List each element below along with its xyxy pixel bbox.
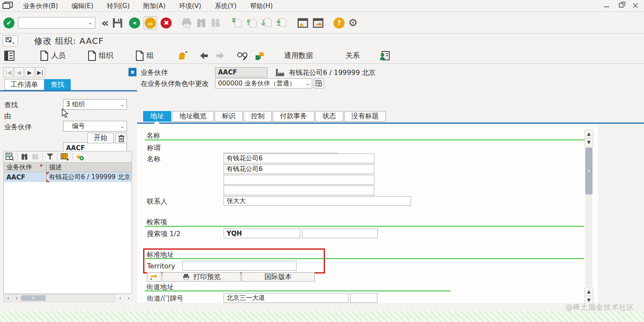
scroll-left-icon[interactable]: ‹ (4, 295, 12, 301)
role-select[interactable]: 000000 业务伙伴（普通）⌄ (215, 78, 312, 88)
tab-control[interactable]: 控制 (244, 111, 272, 122)
find-category-select[interactable]: 3 组织⌄ (63, 99, 127, 110)
menu-help[interactable]: 帮助(H) (243, 0, 279, 12)
minimize-button[interactable] (604, 3, 609, 7)
back-circle-icon[interactable]: « (129, 17, 140, 28)
menu-edit[interactable]: 编辑(E) (65, 0, 100, 12)
previous-page-icon (246, 17, 258, 28)
cancel-icon[interactable]: ✖ (161, 17, 172, 28)
street-input[interactable] (224, 293, 348, 303)
exit-icon[interactable]: ︿︿ (145, 17, 156, 28)
back-icon[interactable]: « (101, 17, 109, 28)
enter-icon[interactable]: ✔ (3, 17, 14, 28)
worklist-hscrollbar[interactable]: ‹ › ☰ (3, 294, 115, 302)
favorites-add-icon[interactable]: ★ (76, 153, 84, 161)
result-row-aacf[interactable]: AACF 有钱花公司6 / 199999 北京 (4, 172, 132, 182)
tab-identification[interactable]: 标识 (215, 111, 243, 122)
start-button[interactable]: 开始 (87, 133, 114, 143)
last-record-button[interactable]: ▶| (35, 67, 45, 77)
relations-button[interactable]: 关系 (345, 51, 360, 60)
tab-address[interactable]: 地址 (143, 111, 171, 122)
details-icon[interactable] (6, 153, 14, 161)
previous-partner-icon[interactable] (199, 51, 209, 60)
tab-address-overview[interactable]: 地址概览 (172, 111, 214, 122)
close-panel-button[interactable]: ✖ (128, 68, 137, 77)
save-icon[interactable] (112, 17, 123, 28)
scroll-up-bottom-icon[interactable]: ▲ (584, 288, 593, 296)
name-input-1[interactable] (224, 154, 374, 163)
col-business-partner[interactable]: 业务伙伴▲ (4, 162, 46, 172)
partner-header-value[interactable]: AACF (215, 67, 267, 77)
layout-icon[interactable] (60, 153, 69, 161)
filter-icon[interactable] (46, 153, 54, 161)
house-number-input[interactable] (350, 293, 377, 303)
search-term-1-input[interactable] (224, 228, 300, 238)
relationship-person-icon[interactable] (379, 50, 391, 61)
menu-system[interactable]: 系统(Y) (208, 0, 243, 12)
printer-icon (182, 274, 190, 280)
customize-icon[interactable]: ⚙ (348, 17, 357, 29)
open-icon[interactable] (178, 51, 190, 61)
role-detail-button[interactable] (314, 78, 324, 88)
scroll-thumb[interactable]: ☰ (21, 295, 46, 301)
delete-button[interactable] (115, 133, 127, 143)
contact-input[interactable] (224, 196, 411, 206)
next-partner-icon (215, 51, 225, 60)
salutation-label: 称谓 (147, 144, 161, 153)
col-scroll-left-icon[interactable]: ‹ (116, 294, 124, 302)
sort-ascending-icon: ▲ (40, 163, 43, 167)
tab-untitled[interactable]: 没有标题 (344, 111, 386, 122)
new-session-icon[interactable]: ★ (297, 17, 309, 28)
locator-toggle-icon[interactable] (4, 51, 14, 61)
close-button[interactable]: × (631, 1, 640, 9)
name-input-4[interactable] (224, 185, 374, 195)
company-info: 有钱花公司6 / 199999 北京 (289, 68, 376, 77)
command-field[interactable]: ⌄ (18, 17, 95, 28)
app-menu-icon[interactable] (3, 2, 14, 10)
name-input-3[interactable] (224, 175, 374, 185)
restore-button[interactable] (619, 3, 624, 8)
scroll-up-icon[interactable]: ▲ (584, 130, 593, 138)
left-navigation-panel: |◀ ◀ ▶ ▶| 工作清单 查找 查找 3 组织⌄ 由 编号⌄ 业务伙伴 AA… (0, 64, 137, 311)
create-organization-button[interactable]: 组织 (88, 51, 113, 61)
col-scroll-right-icon[interactable]: › (124, 294, 133, 302)
scroll-right-icon[interactable]: › (12, 295, 21, 301)
create-group-button[interactable]: 组 (135, 51, 154, 61)
menu-business-partner[interactable]: 业务伙伴(B) (16, 0, 65, 12)
scroll-down-icon[interactable]: ▼ (584, 138, 593, 146)
search-term-2-input[interactable] (302, 228, 378, 238)
tab-payment[interactable]: 付款事务 (273, 111, 314, 122)
menu-bar: 业务伙伴(B) 编辑(E) 转到(G) 附加(A) 环境(V) 系统(Y) 帮助… (0, 0, 644, 12)
partner-label: 业务伙伴 (4, 123, 32, 132)
col-description[interactable]: 描述 (46, 162, 132, 172)
tab-worklist[interactable]: 工作清单 (4, 79, 44, 90)
worklist-results: ★ 业务伙伴▲ 描述 AACF 有钱花公司6 / 199999 北京 (3, 151, 132, 294)
services-for-object-button[interactable] (3, 35, 18, 46)
general-data-button[interactable]: 通用数据 (284, 51, 313, 60)
tab-status[interactable]: 状态 (315, 111, 343, 122)
name-input-2[interactable] (224, 164, 374, 174)
international-version-button[interactable]: 国际版本 (242, 272, 315, 282)
find-next-icon (210, 17, 222, 28)
menu-environment[interactable]: 环境(V) (172, 0, 208, 12)
menu-goto[interactable]: 转到(G) (100, 0, 136, 12)
next-record-button[interactable]: ▶ (25, 67, 34, 77)
territory-input[interactable] (182, 261, 296, 271)
tab-find[interactable]: 查找 (44, 79, 71, 90)
display-details-icon (316, 80, 323, 87)
help-icon[interactable]: ? (334, 17, 345, 28)
application-toolbar: 人员 组织 组 通用数据 关系 (0, 48, 644, 64)
print-preview-button[interactable]: 打印预览 (162, 272, 241, 282)
create-shortcut-icon[interactable] (312, 17, 324, 28)
partner-lock-icon[interactable] (254, 50, 265, 61)
address-versions-button[interactable] (147, 272, 161, 282)
page-title: 修改 组织: AACF (34, 35, 104, 47)
by-select[interactable]: 编号⌄ (63, 121, 127, 131)
previous-record-button[interactable]: ◀ (14, 67, 24, 77)
create-person-button[interactable]: 人员 (40, 51, 66, 61)
menu-extras[interactable]: 附加(A) (137, 0, 172, 12)
first-record-button[interactable]: |◀ (3, 67, 13, 77)
vertical-scroll-thumb[interactable]: ☰ (585, 148, 592, 194)
find-icon[interactable] (20, 153, 29, 161)
display-change-icon[interactable] (236, 51, 248, 61)
